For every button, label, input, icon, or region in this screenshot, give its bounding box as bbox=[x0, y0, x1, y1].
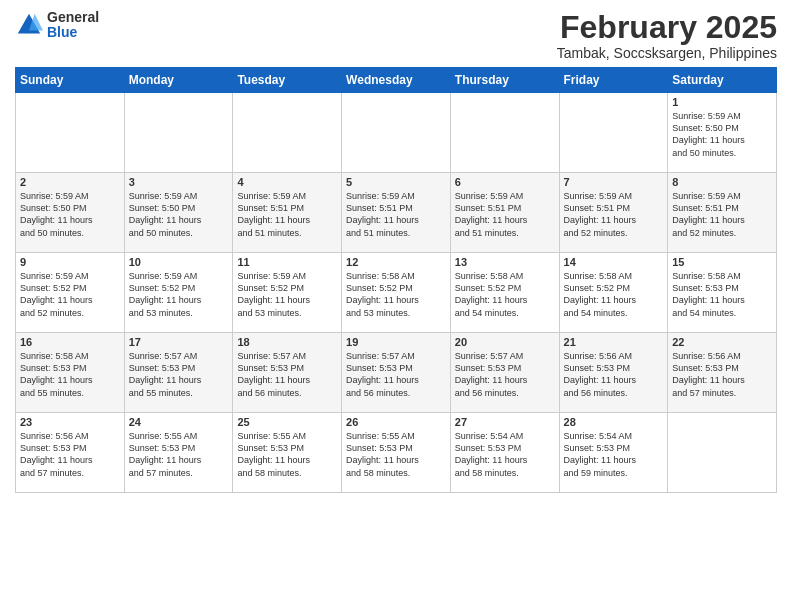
day-info: Sunrise: 5:59 AM Sunset: 5:51 PM Dayligh… bbox=[564, 190, 664, 239]
title-block: February 2025 Tambak, Soccsksargen, Phil… bbox=[557, 10, 777, 61]
table-cell bbox=[233, 93, 342, 173]
day-info: Sunrise: 5:57 AM Sunset: 5:53 PM Dayligh… bbox=[129, 350, 229, 399]
day-info: Sunrise: 5:58 AM Sunset: 5:52 PM Dayligh… bbox=[564, 270, 664, 319]
table-cell: 12Sunrise: 5:58 AM Sunset: 5:52 PM Dayli… bbox=[342, 253, 451, 333]
day-info: Sunrise: 5:56 AM Sunset: 5:53 PM Dayligh… bbox=[672, 350, 772, 399]
day-info: Sunrise: 5:58 AM Sunset: 5:53 PM Dayligh… bbox=[672, 270, 772, 319]
col-tuesday: Tuesday bbox=[233, 68, 342, 93]
week-row-3: 16Sunrise: 5:58 AM Sunset: 5:53 PM Dayli… bbox=[16, 333, 777, 413]
day-number: 6 bbox=[455, 176, 555, 188]
day-number: 14 bbox=[564, 256, 664, 268]
table-cell: 9Sunrise: 5:59 AM Sunset: 5:52 PM Daylig… bbox=[16, 253, 125, 333]
table-cell: 20Sunrise: 5:57 AM Sunset: 5:53 PM Dayli… bbox=[450, 333, 559, 413]
day-number: 8 bbox=[672, 176, 772, 188]
day-info: Sunrise: 5:56 AM Sunset: 5:53 PM Dayligh… bbox=[20, 430, 120, 479]
table-cell bbox=[450, 93, 559, 173]
day-number: 25 bbox=[237, 416, 337, 428]
day-number: 15 bbox=[672, 256, 772, 268]
table-cell: 15Sunrise: 5:58 AM Sunset: 5:53 PM Dayli… bbox=[668, 253, 777, 333]
table-cell: 16Sunrise: 5:58 AM Sunset: 5:53 PM Dayli… bbox=[16, 333, 125, 413]
day-info: Sunrise: 5:56 AM Sunset: 5:53 PM Dayligh… bbox=[564, 350, 664, 399]
table-cell: 21Sunrise: 5:56 AM Sunset: 5:53 PM Dayli… bbox=[559, 333, 668, 413]
day-number: 18 bbox=[237, 336, 337, 348]
table-cell: 28Sunrise: 5:54 AM Sunset: 5:53 PM Dayli… bbox=[559, 413, 668, 493]
day-number: 13 bbox=[455, 256, 555, 268]
day-number: 28 bbox=[564, 416, 664, 428]
table-cell: 24Sunrise: 5:55 AM Sunset: 5:53 PM Dayli… bbox=[124, 413, 233, 493]
day-number: 22 bbox=[672, 336, 772, 348]
day-info: Sunrise: 5:59 AM Sunset: 5:51 PM Dayligh… bbox=[237, 190, 337, 239]
day-info: Sunrise: 5:55 AM Sunset: 5:53 PM Dayligh… bbox=[237, 430, 337, 479]
table-cell bbox=[559, 93, 668, 173]
logo-blue-text: Blue bbox=[47, 25, 99, 40]
day-number: 9 bbox=[20, 256, 120, 268]
day-number: 1 bbox=[672, 96, 772, 108]
day-number: 5 bbox=[346, 176, 446, 188]
day-info: Sunrise: 5:59 AM Sunset: 5:52 PM Dayligh… bbox=[129, 270, 229, 319]
col-friday: Friday bbox=[559, 68, 668, 93]
day-info: Sunrise: 5:57 AM Sunset: 5:53 PM Dayligh… bbox=[346, 350, 446, 399]
day-info: Sunrise: 5:58 AM Sunset: 5:52 PM Dayligh… bbox=[346, 270, 446, 319]
table-cell: 17Sunrise: 5:57 AM Sunset: 5:53 PM Dayli… bbox=[124, 333, 233, 413]
day-number: 11 bbox=[237, 256, 337, 268]
logo-general-text: General bbox=[47, 10, 99, 25]
header: General Blue February 2025 Tambak, Soccs… bbox=[15, 10, 777, 61]
table-cell: 3Sunrise: 5:59 AM Sunset: 5:50 PM Daylig… bbox=[124, 173, 233, 253]
week-row-4: 23Sunrise: 5:56 AM Sunset: 5:53 PM Dayli… bbox=[16, 413, 777, 493]
day-info: Sunrise: 5:54 AM Sunset: 5:53 PM Dayligh… bbox=[455, 430, 555, 479]
day-info: Sunrise: 5:59 AM Sunset: 5:52 PM Dayligh… bbox=[237, 270, 337, 319]
logo-icon bbox=[15, 11, 43, 39]
table-cell: 27Sunrise: 5:54 AM Sunset: 5:53 PM Dayli… bbox=[450, 413, 559, 493]
table-cell: 22Sunrise: 5:56 AM Sunset: 5:53 PM Dayli… bbox=[668, 333, 777, 413]
col-wednesday: Wednesday bbox=[342, 68, 451, 93]
day-number: 17 bbox=[129, 336, 229, 348]
day-info: Sunrise: 5:55 AM Sunset: 5:53 PM Dayligh… bbox=[129, 430, 229, 479]
calendar-table: Sunday Monday Tuesday Wednesday Thursday… bbox=[15, 67, 777, 493]
day-number: 24 bbox=[129, 416, 229, 428]
table-cell bbox=[16, 93, 125, 173]
day-info: Sunrise: 5:54 AM Sunset: 5:53 PM Dayligh… bbox=[564, 430, 664, 479]
table-cell: 18Sunrise: 5:57 AM Sunset: 5:53 PM Dayli… bbox=[233, 333, 342, 413]
day-info: Sunrise: 5:57 AM Sunset: 5:53 PM Dayligh… bbox=[455, 350, 555, 399]
table-cell: 13Sunrise: 5:58 AM Sunset: 5:52 PM Dayli… bbox=[450, 253, 559, 333]
week-row-0: 1Sunrise: 5:59 AM Sunset: 5:50 PM Daylig… bbox=[16, 93, 777, 173]
day-info: Sunrise: 5:58 AM Sunset: 5:52 PM Dayligh… bbox=[455, 270, 555, 319]
day-info: Sunrise: 5:59 AM Sunset: 5:50 PM Dayligh… bbox=[20, 190, 120, 239]
day-info: Sunrise: 5:59 AM Sunset: 5:50 PM Dayligh… bbox=[672, 110, 772, 159]
table-cell: 1Sunrise: 5:59 AM Sunset: 5:50 PM Daylig… bbox=[668, 93, 777, 173]
day-info: Sunrise: 5:55 AM Sunset: 5:53 PM Dayligh… bbox=[346, 430, 446, 479]
col-sunday: Sunday bbox=[16, 68, 125, 93]
logo: General Blue bbox=[15, 10, 99, 41]
day-info: Sunrise: 5:58 AM Sunset: 5:53 PM Dayligh… bbox=[20, 350, 120, 399]
day-info: Sunrise: 5:59 AM Sunset: 5:51 PM Dayligh… bbox=[672, 190, 772, 239]
day-number: 4 bbox=[237, 176, 337, 188]
day-info: Sunrise: 5:59 AM Sunset: 5:51 PM Dayligh… bbox=[346, 190, 446, 239]
calendar-title: February 2025 bbox=[557, 10, 777, 45]
day-info: Sunrise: 5:59 AM Sunset: 5:50 PM Dayligh… bbox=[129, 190, 229, 239]
col-monday: Monday bbox=[124, 68, 233, 93]
table-cell: 2Sunrise: 5:59 AM Sunset: 5:50 PM Daylig… bbox=[16, 173, 125, 253]
table-cell: 26Sunrise: 5:55 AM Sunset: 5:53 PM Dayli… bbox=[342, 413, 451, 493]
table-cell: 4Sunrise: 5:59 AM Sunset: 5:51 PM Daylig… bbox=[233, 173, 342, 253]
day-info: Sunrise: 5:57 AM Sunset: 5:53 PM Dayligh… bbox=[237, 350, 337, 399]
day-number: 26 bbox=[346, 416, 446, 428]
table-cell: 10Sunrise: 5:59 AM Sunset: 5:52 PM Dayli… bbox=[124, 253, 233, 333]
table-cell: 11Sunrise: 5:59 AM Sunset: 5:52 PM Dayli… bbox=[233, 253, 342, 333]
day-number: 20 bbox=[455, 336, 555, 348]
table-cell: 7Sunrise: 5:59 AM Sunset: 5:51 PM Daylig… bbox=[559, 173, 668, 253]
day-number: 23 bbox=[20, 416, 120, 428]
day-info: Sunrise: 5:59 AM Sunset: 5:51 PM Dayligh… bbox=[455, 190, 555, 239]
table-cell: 25Sunrise: 5:55 AM Sunset: 5:53 PM Dayli… bbox=[233, 413, 342, 493]
day-number: 7 bbox=[564, 176, 664, 188]
col-thursday: Thursday bbox=[450, 68, 559, 93]
day-number: 27 bbox=[455, 416, 555, 428]
table-cell: 23Sunrise: 5:56 AM Sunset: 5:53 PM Dayli… bbox=[16, 413, 125, 493]
table-cell bbox=[124, 93, 233, 173]
table-cell bbox=[668, 413, 777, 493]
header-row: Sunday Monday Tuesday Wednesday Thursday… bbox=[16, 68, 777, 93]
day-number: 10 bbox=[129, 256, 229, 268]
table-cell: 14Sunrise: 5:58 AM Sunset: 5:52 PM Dayli… bbox=[559, 253, 668, 333]
day-number: 12 bbox=[346, 256, 446, 268]
day-number: 19 bbox=[346, 336, 446, 348]
table-cell: 8Sunrise: 5:59 AM Sunset: 5:51 PM Daylig… bbox=[668, 173, 777, 253]
